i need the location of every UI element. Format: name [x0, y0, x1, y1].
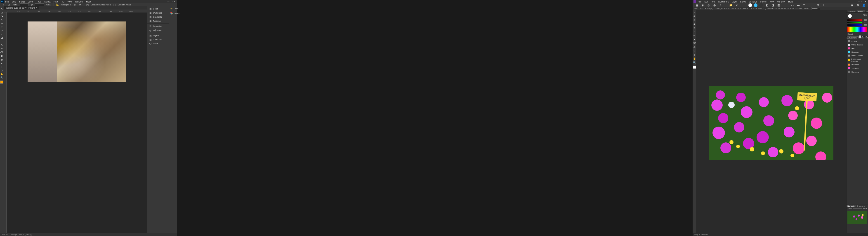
- eraser-tool-r-icon[interactable]: ⌫: [693, 41, 696, 45]
- menu-help[interactable]: Help: [85, 0, 92, 3]
- document-tab[interactable]: ljubljana-2.jpg @ 66.7% (RGB/8) *: [4, 6, 39, 9]
- r-value[interactable]: 255: [863, 19, 867, 21]
- shape-tool-r-icon[interactable]: ▲: [693, 38, 696, 41]
- type-tool-icon[interactable]: T: [0, 65, 3, 68]
- panel-gradients[interactable]: ◨Gradients: [147, 15, 169, 19]
- panel-color[interactable]: ◧Color: [147, 7, 169, 11]
- adjustment-recolour[interactable]: Recolour: [846, 50, 868, 54]
- home-icon[interactable]: ⌂: [2, 3, 5, 6]
- panel-learn[interactable]: 🎓Learn: [169, 6, 177, 11]
- menu-select-r[interactable]: Select: [739, 0, 748, 3]
- adjustment-vibrance[interactable]: Vibrance: [846, 66, 868, 70]
- node-tool-r-icon[interactable]: ⬠: [693, 49, 696, 53]
- selection-tool-r-icon[interactable]: ◉: [693, 22, 696, 26]
- navigator-thumbnail[interactable]: [847, 211, 867, 224]
- hue-strip[interactable]: [847, 27, 867, 32]
- open-icon[interactable]: 📁: [729, 3, 733, 7]
- tab-history[interactable]: History: [866, 205, 868, 207]
- adjustment-hsl[interactable]: HSL: [846, 47, 868, 50]
- adjustment-exposure[interactable]: Exposure: [846, 70, 868, 74]
- panel-properties[interactable]: ☰Properties: [147, 24, 169, 28]
- menu-document-r[interactable]: Document: [717, 0, 730, 3]
- account-icon[interactable]: 👤: [862, 3, 866, 7]
- eraser-tool-icon[interactable]: ✏: [0, 47, 3, 50]
- crop-tool-r-icon[interactable]: ⊡: [693, 19, 696, 22]
- straighten-icon[interactable]: 📐: [56, 3, 59, 6]
- eyedropper-tool-icon[interactable]: ↺: [0, 29, 3, 32]
- persona-tone-icon[interactable]: ◐: [712, 3, 717, 7]
- pen-tool-icon[interactable]: ▲: [0, 61, 3, 65]
- selection-mode-icon[interactable]: ▭: [790, 3, 794, 7]
- adjustment-black-white[interactable]: Black & White: [846, 54, 868, 57]
- g-slider[interactable]: [847, 22, 862, 23]
- menu-type[interactable]: Type: [35, 0, 43, 3]
- hand-tool-r-icon[interactable]: ✋: [693, 57, 696, 60]
- content-aware-checkbox[interactable]: [113, 4, 116, 6]
- units-dropdown[interactable]: Pixels: [811, 7, 820, 10]
- ratio-width-field[interactable]: [20, 3, 29, 6]
- tab-navigator[interactable]: Navigator: [846, 205, 856, 207]
- adjustment-white-balance[interactable]: White Balance: [846, 43, 868, 47]
- primary-color-well[interactable]: [848, 14, 852, 18]
- minimize-icon[interactable]: —: [858, 0, 861, 3]
- menu-file[interactable]: File: [4, 0, 10, 3]
- adjustment-levels[interactable]: Levels: [846, 39, 868, 43]
- history-brush-icon[interactable]: ✎: [0, 43, 3, 47]
- r-slider[interactable]: [847, 20, 862, 21]
- tab-adjustment[interactable]: Adjustment: [846, 37, 857, 39]
- clone-tool-r-icon[interactable]: ◐: [693, 46, 696, 49]
- menu-layer[interactable]: Layer: [26, 0, 35, 3]
- minimize-icon[interactable]: —: [167, 0, 170, 3]
- panel-adjustments[interactable]: ◐Adjustme...: [147, 28, 169, 32]
- adjustment-brightness-contrast[interactable]: Brightness / Contrast: [846, 57, 868, 63]
- crop-tool-indicator-icon[interactable]: ⊡: [7, 3, 10, 6]
- marquee-tool-icon[interactable]: ⊡: [0, 11, 3, 14]
- foreground-color-chip[interactable]: [0, 81, 3, 84]
- pen-tool-r-icon[interactable]: ✏: [693, 34, 696, 37]
- blur-tool-icon[interactable]: ◐: [0, 54, 3, 57]
- b-slider[interactable]: [847, 24, 862, 26]
- dodge-tool-icon[interactable]: ◉: [0, 58, 3, 61]
- clear-button[interactable]: Clear: [46, 4, 51, 6]
- panel-paths[interactable]: ⬠Paths: [147, 41, 169, 46]
- g-value[interactable]: 255: [863, 22, 867, 24]
- persona-liquify-icon[interactable]: ◉: [701, 3, 705, 7]
- snap-icon[interactable]: ⊞: [816, 3, 820, 7]
- frame-tool-icon[interactable]: ✂: [0, 25, 3, 28]
- refine-icon[interactable]: ⊡: [802, 3, 806, 7]
- tab-effects[interactable]: Effects: [865, 37, 868, 39]
- dark-swatch-icon[interactable]: [759, 3, 763, 7]
- menu-edit-r[interactable]: Edit: [703, 0, 710, 3]
- auto-contrast-icon[interactable]: ◨: [771, 3, 775, 7]
- zoom-slider[interactable]: [853, 208, 862, 209]
- tab-histogram[interactable]: Histogram: [846, 10, 857, 12]
- wand-tool-icon[interactable]: ✎: [0, 18, 3, 21]
- menu-file-r[interactable]: File: [696, 0, 703, 3]
- menu-window[interactable]: Window: [74, 0, 85, 3]
- color-mode-dropdown[interactable]: RGB: [863, 14, 867, 18]
- panel-layers[interactable]: ▤Layers: [147, 33, 169, 37]
- menu-image[interactable]: Image: [17, 0, 26, 3]
- menu-view[interactable]: View: [66, 0, 74, 3]
- close-icon[interactable]: ✕: [864, 0, 867, 3]
- white-swatch-icon[interactable]: [748, 3, 752, 7]
- zoom-tool-r-icon[interactable]: 🔍: [693, 61, 696, 64]
- persona-develop-icon[interactable]: ◎: [707, 3, 711, 7]
- move-tool-icon[interactable]: ↖: [0, 7, 3, 10]
- auto-levels-icon[interactable]: ◧: [765, 3, 769, 7]
- zoom-tool-icon[interactable]: 🔍: [0, 76, 3, 79]
- opacity-slider[interactable]: [847, 36, 861, 37]
- tab-colour[interactable]: Colour: [857, 10, 865, 12]
- menu-filter[interactable]: Filter: [52, 0, 60, 3]
- persona-photo-icon[interactable]: ▣: [695, 3, 699, 7]
- right-canvas[interactable]: SANVITALIJA 2,00€: [696, 10, 846, 233]
- canvas-viewport[interactable]: [6, 12, 147, 233]
- stamp-tool-icon[interactable]: ▭: [0, 40, 3, 43]
- swap-icon[interactable]: ⇄: [31, 4, 33, 6]
- menu-view-r[interactable]: View: [768, 0, 776, 3]
- maximize-icon[interactable]: ☐: [861, 0, 864, 3]
- brush-tool-icon[interactable]: ◢: [0, 36, 3, 39]
- healing-tool-icon[interactable]: ⟋: [0, 33, 3, 36]
- maximize-icon[interactable]: ☐: [170, 0, 173, 3]
- view-tool-r-icon[interactable]: ✥: [693, 15, 696, 18]
